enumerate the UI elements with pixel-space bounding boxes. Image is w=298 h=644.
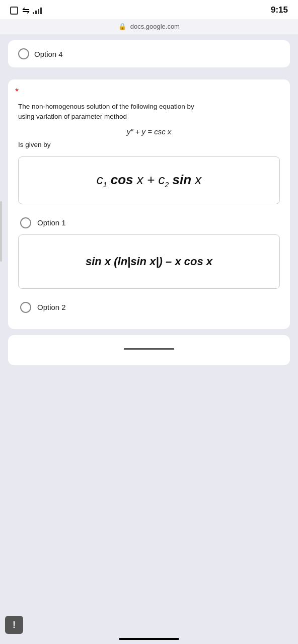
option4-partial-card: Option 4 xyxy=(8,40,290,67)
option2-formula: sin x (ln|sin x|) – x cos x xyxy=(29,255,269,268)
is-given-by-text: Is given by xyxy=(18,141,280,148)
scroll-indicator xyxy=(0,201,2,262)
question-card: * The non-homogenous solution of the fol… xyxy=(8,79,290,329)
question-text: The non-homogenous solution of the follo… xyxy=(18,102,280,122)
option2-label: Option 2 xyxy=(37,303,66,311)
option1-formula-box: c1 cos x + c2 sin x xyxy=(18,156,280,204)
clock: 9:15 xyxy=(271,5,288,15)
option4-radio[interactable] xyxy=(18,48,29,59)
option1-row[interactable]: Option 1 xyxy=(18,211,280,234)
status-icons: ⇋ xyxy=(10,5,42,16)
option1-label: Option 1 xyxy=(37,218,66,227)
screen-icon xyxy=(10,7,18,15)
option1-radio[interactable] xyxy=(20,217,31,228)
fab-button[interactable]: ! xyxy=(5,616,23,634)
address-bar[interactable]: 🔒 docs.google.com xyxy=(0,19,298,34)
option2-formula-box: sin x (ln|sin x|) – x cos x xyxy=(18,234,280,289)
lock-icon: 🔒 xyxy=(118,23,126,30)
wifi-icon: ⇋ xyxy=(22,5,30,16)
option2-row[interactable]: Option 2 xyxy=(18,296,280,319)
home-indicator[interactable] xyxy=(119,638,179,640)
content-area: Option 4 * The non-homogenous solution o… xyxy=(0,34,298,395)
url-text: docs.google.com xyxy=(130,23,180,30)
equation: y″ + y = csc x xyxy=(18,127,280,136)
bottom-partial-card xyxy=(8,335,290,365)
option1-formula: c1 cos x + c2 sin x xyxy=(29,172,269,189)
option2-radio[interactable] xyxy=(20,302,31,313)
option4-label: Option 4 xyxy=(34,50,63,58)
signal-icon xyxy=(33,7,42,14)
required-asterisk: * xyxy=(15,87,19,97)
status-bar: ⇋ 9:15 xyxy=(0,0,298,19)
